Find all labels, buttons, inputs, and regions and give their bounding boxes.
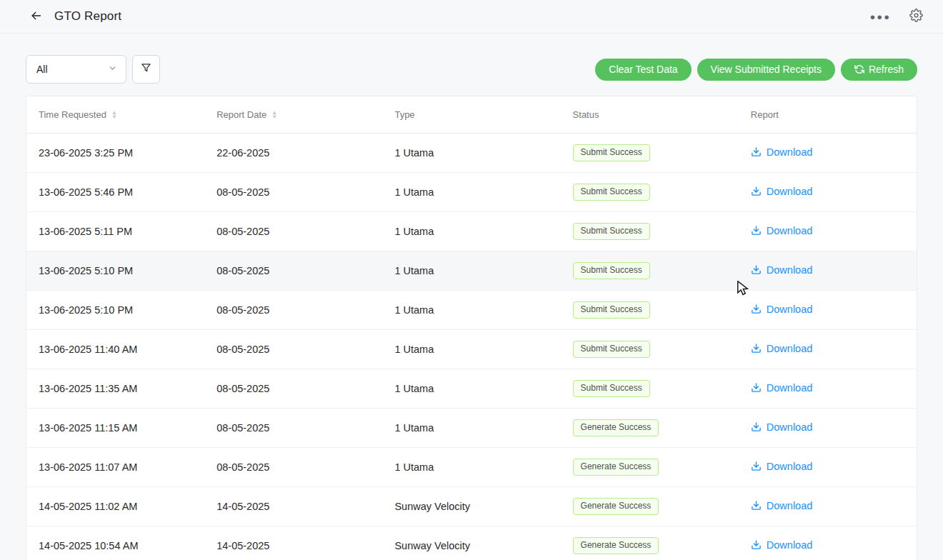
sort-icon[interactable]: ▲▼: [271, 111, 277, 119]
settings-button[interactable]: [909, 9, 923, 24]
download-link[interactable]: Download: [751, 500, 813, 511]
cell-type: 1 Utama: [382, 265, 560, 276]
toolbar: All Clear Test Data View Submitted Recei…: [26, 55, 917, 84]
cell-report-date: 08-05-2025: [204, 383, 382, 394]
download-link[interactable]: Download: [751, 461, 813, 472]
cell-time-requested: 13-06-2025 5:10 PM: [26, 265, 204, 276]
download-icon: [751, 421, 762, 432]
download-link[interactable]: Download: [751, 146, 813, 158]
cell-time-requested: 13-06-2025 5:10 PM: [26, 304, 204, 316]
download-label: Download: [767, 186, 813, 197]
more-options-button[interactable]: ●●●: [869, 12, 891, 21]
table-row[interactable]: 14-05-2025 11:02 AM 14-05-2025 Sunway Ve…: [26, 487, 917, 526]
table-row[interactable]: 14-05-2025 10:54 AM 14-05-2025 Sunway Ve…: [26, 526, 917, 560]
download-link[interactable]: Download: [751, 186, 813, 197]
download-link[interactable]: Download: [751, 382, 813, 394]
download-link[interactable]: Download: [751, 225, 813, 236]
clear-test-data-button[interactable]: Clear Test Data: [595, 59, 691, 81]
table-row[interactable]: 13-06-2025 11:07 AM 08-05-2025 1 Utama G…: [26, 448, 917, 487]
cell-report: Download: [739, 421, 917, 435]
type-filter-value: All: [36, 64, 48, 75]
cell-report-date: 08-05-2025: [204, 344, 382, 355]
back-button[interactable]: [27, 8, 44, 25]
table-row[interactable]: 13-06-2025 5:11 PM 08-05-2025 1 Utama Su…: [26, 212, 917, 251]
download-icon: [751, 264, 762, 275]
cell-report-date: 08-05-2025: [204, 461, 382, 473]
download-label: Download: [767, 304, 813, 315]
download-icon: [751, 343, 762, 354]
cell-report: Download: [739, 304, 917, 317]
cell-report: Download: [739, 539, 917, 553]
clear-test-data-label: Clear Test Data: [609, 64, 677, 75]
cell-type: 1 Utama: [382, 422, 560, 434]
cell-status: Generate Success: [561, 419, 739, 436]
cell-status: Generate Success: [561, 498, 739, 514]
table-row[interactable]: 13-06-2025 5:10 PM 08-05-2025 1 Utama Su…: [26, 291, 917, 330]
download-link[interactable]: Download: [751, 539, 813, 551]
table-row[interactable]: 13-06-2025 5:10 PM 08-05-2025 1 Utama Su…: [26, 251, 917, 291]
cell-report: Download: [739, 500, 917, 514]
table-row[interactable]: 23-06-2025 3:25 PM 22-06-2025 1 Utama Su…: [26, 134, 917, 173]
cell-status: Submit Success: [561, 341, 739, 357]
cell-time-requested: 13-06-2025 5:46 PM: [26, 186, 204, 198]
cell-report-date: 14-05-2025: [204, 540, 382, 551]
cell-time-requested: 13-06-2025 11:35 AM: [26, 383, 204, 394]
cell-report: Download: [739, 382, 917, 396]
download-link[interactable]: Download: [751, 421, 813, 433]
table-row[interactable]: 13-06-2025 5:46 PM 08-05-2025 1 Utama Su…: [26, 173, 917, 212]
download-label: Download: [767, 421, 813, 433]
table-row[interactable]: 13-06-2025 11:35 AM 08-05-2025 1 Utama S…: [26, 369, 917, 409]
cell-time-requested: 13-06-2025 11:07 AM: [26, 461, 204, 473]
status-badge: Generate Success: [573, 419, 659, 436]
download-link[interactable]: Download: [751, 343, 813, 354]
status-badge: Submit Success: [573, 262, 650, 279]
cell-type: 1 Utama: [382, 344, 560, 355]
cell-report-date: 08-05-2025: [204, 265, 382, 276]
sort-icon[interactable]: ▲▼: [111, 111, 117, 119]
cell-report: Download: [739, 146, 917, 160]
cell-time-requested: 13-06-2025 11:40 AM: [26, 344, 204, 355]
cell-type: Sunway Velocity: [382, 540, 560, 551]
cell-type: 1 Utama: [382, 304, 560, 316]
download-link[interactable]: Download: [751, 304, 813, 315]
download-label: Download: [767, 225, 813, 236]
table-row[interactable]: 13-06-2025 11:40 AM 08-05-2025 1 Utama S…: [26, 330, 917, 369]
cell-status: Submit Success: [561, 301, 739, 318]
funnel-icon: [140, 62, 152, 76]
cell-time-requested: 13-06-2025 5:11 PM: [26, 226, 204, 237]
cell-report: Download: [739, 186, 917, 199]
download-icon: [751, 539, 762, 550]
status-badge: Generate Success: [573, 537, 659, 554]
cell-report-date: 22-06-2025: [204, 147, 382, 159]
column-header-time-requested[interactable]: Time Requested ▲▼: [26, 109, 204, 120]
cell-type: 1 Utama: [382, 186, 560, 198]
table-row[interactable]: 13-06-2025 11:15 AM 08-05-2025 1 Utama G…: [26, 409, 917, 448]
type-filter-select[interactable]: All: [26, 55, 126, 84]
download-icon: [751, 146, 762, 157]
cell-type: 1 Utama: [382, 383, 560, 394]
cell-report: Download: [739, 264, 917, 278]
download-label: Download: [767, 146, 813, 158]
view-submitted-receipts-button[interactable]: View Submitted Receipts: [697, 59, 835, 81]
download-label: Download: [767, 461, 813, 472]
filter-button[interactable]: [132, 55, 160, 84]
status-badge: Submit Success: [573, 341, 650, 357]
download-link[interactable]: Download: [751, 264, 813, 276]
download-icon: [751, 382, 762, 393]
cell-time-requested: 13-06-2025 11:15 AM: [26, 422, 204, 434]
cell-status: Submit Success: [561, 223, 739, 239]
refresh-button[interactable]: Refresh: [841, 59, 917, 81]
view-submitted-receipts-label: View Submitted Receipts: [711, 64, 822, 75]
column-header-report-date[interactable]: Report Date ▲▼: [204, 109, 382, 120]
cell-report-date: 08-05-2025: [204, 422, 382, 434]
download-label: Download: [767, 343, 813, 354]
cell-status: Generate Success: [561, 459, 739, 475]
download-label: Download: [767, 382, 813, 394]
cell-status: Submit Success: [561, 144, 739, 161]
cell-report: Download: [739, 225, 917, 239]
column-header-type: Type: [382, 109, 560, 120]
cell-report: Download: [739, 343, 917, 356]
status-badge: Generate Success: [573, 459, 659, 475]
cell-type: Sunway Velocity: [382, 501, 560, 512]
cell-type: 1 Utama: [382, 461, 560, 473]
